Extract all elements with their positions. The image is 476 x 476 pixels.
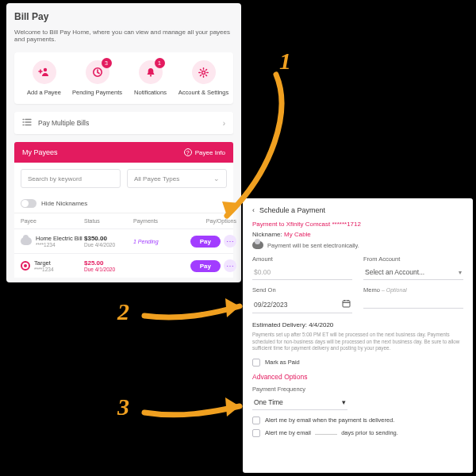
mark-as-paid-checkbox[interactable] — [252, 359, 260, 367]
add-payee-icon — [33, 60, 56, 84]
bell-icon: 1 — [139, 60, 163, 84]
hide-nicknames-toggle[interactable] — [21, 199, 36, 208]
alert-days-row: Alert me by email days prior to sending. — [252, 429, 463, 437]
alert-days-input[interactable] — [315, 434, 337, 435]
cloud-icon — [252, 241, 263, 249]
nickname-line: Nickname: My Cable — [252, 231, 463, 238]
schedule-payment-panel: ‹ Schedule a Payment Payment to Xfinity … — [243, 198, 473, 473]
from-account-select[interactable]: Select an Account... ▾ — [363, 265, 463, 280]
from-account-field: From Account Select an Account... ▾ — [363, 255, 463, 280]
send-on-input[interactable]: 09/22/2023 — [252, 296, 352, 313]
table-row: Target ****1234 $25.00 Due 4/1/2020 Pay … — [14, 253, 233, 278]
my-payees-header: My Payees ? Payee Info — [14, 142, 233, 163]
memo-input[interactable] — [363, 296, 463, 309]
send-on-field: Send On 09/22/2023 — [252, 286, 352, 313]
welcome-text: Welcome to Bill Pay Home, where you can … — [14, 29, 233, 43]
bill-pay-home-panel: Bill Pay Welcome to Bill Pay Home, where… — [6, 3, 241, 282]
pay-button[interactable]: Pay — [190, 260, 221, 272]
add-payee-button[interactable]: Add a Payee — [18, 60, 71, 96]
list-icon — [22, 118, 32, 128]
alert-delivered-checkbox[interactable] — [252, 416, 260, 424]
hide-nicknames-row: Hide Nicknames — [14, 194, 233, 213]
frequency-select[interactable]: One Time ▾ — [252, 395, 347, 410]
svg-marker-7 — [225, 397, 240, 416]
options-button[interactable]: ⋯ — [224, 259, 236, 272]
annotation-number-3: 3 — [117, 393, 129, 420]
svg-point-0 — [43, 68, 46, 71]
annotation-arrow-2 — [140, 294, 251, 325]
cloud-icon — [21, 237, 32, 245]
mark-as-paid-row: Mark as Paid — [252, 359, 463, 367]
quick-actions: Add a Payee 3 Pending Payments 1 Notific… — [14, 52, 233, 104]
frequency-field: Payment Frequency One Time ▾ — [252, 386, 463, 410]
notifications-button[interactable]: 1 Notifications — [125, 60, 177, 96]
memo-field: Memo – Optional — [363, 286, 463, 313]
target-icon — [21, 261, 30, 271]
chevron-down-icon: ▾ — [342, 398, 346, 406]
alert-delivered-row: Alert me by email when the payment is de… — [252, 416, 463, 424]
advanced-options-heading: Advanced Options — [252, 373, 463, 381]
annotation-number-2: 2 — [117, 298, 129, 325]
estimated-delivery: Estimated Delivery: 4/4/2020 — [252, 321, 463, 328]
pending-badge: 3 — [102, 58, 112, 68]
annotation-arrow-3 — [140, 392, 251, 424]
calendar-icon — [342, 299, 351, 309]
clock-icon: 3 — [86, 60, 109, 84]
svg-point-3 — [202, 71, 205, 74]
disclaimer-text: Payments set up after 5:00 PM ET will be… — [252, 332, 463, 352]
svg-point-2 — [149, 75, 151, 76]
annotation-arrow-1 — [213, 68, 300, 227]
payee-table-header: Payee Status Payments Pay/Options — [14, 213, 233, 228]
amount-input[interactable]: $0.00 — [252, 265, 352, 280]
question-icon: ? — [184, 148, 192, 156]
chevron-down-icon: ▾ — [459, 269, 462, 276]
notifications-badge: 1 — [155, 58, 165, 68]
amount-field: Amount $0.00 — [252, 255, 352, 280]
pending-payments-button[interactable]: 3 Pending Payments — [71, 60, 124, 96]
search-input[interactable]: Search by keyword — [21, 169, 121, 188]
options-button[interactable]: ⋯ — [224, 235, 236, 248]
sent-electronically: Payment will be sent electronically. — [252, 241, 463, 249]
svg-marker-6 — [225, 298, 240, 317]
page-title: Bill Pay — [14, 11, 233, 22]
pay-button[interactable]: Pay — [190, 236, 221, 248]
alert-days-checkbox[interactable] — [252, 429, 260, 437]
table-row: Home Electric Bill ****1234 $350.00 Due … — [14, 228, 233, 253]
filter-row: Search by keyword All Payee Types ⌄ — [14, 163, 233, 194]
pay-multiple-bills-button[interactable]: Pay Multiple Bills › — [14, 112, 233, 134]
gear-icon — [192, 60, 216, 84]
svg-rect-4 — [343, 301, 350, 307]
